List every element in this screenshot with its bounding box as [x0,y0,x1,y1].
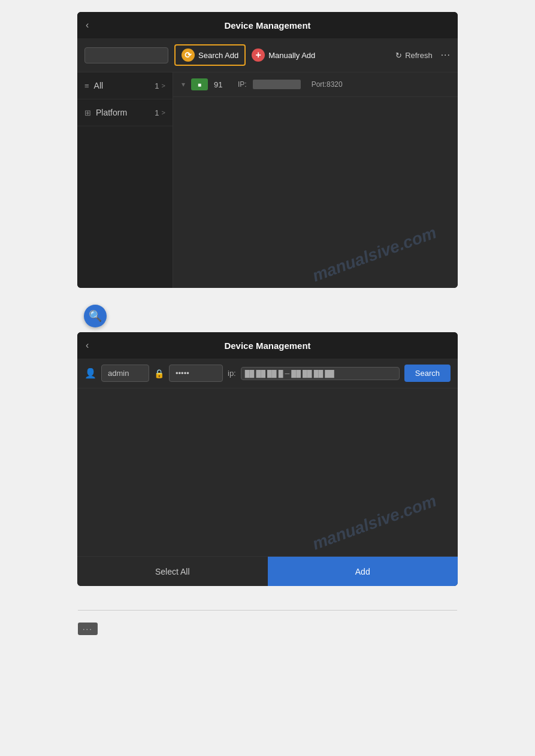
toolbar-right: ↻ Refresh ··· [395,50,451,60]
ip-range-input[interactable]: ██ ██ ██ █ ─ ██ ██ ██ ██ [241,367,400,380]
panel2: ‹ Device Management 👤 🔒 ip: ██ ██ ██ █ ─… [77,332,458,586]
panel2-searchbar: 👤 🔒 ip: ██ ██ ██ █ ─ ██ ██ ██ ██ Search [77,359,458,388]
sidebar-item-platform[interactable]: ⊞ Platform 1 > [77,99,173,126]
watermark-panel1: manualsive.com [310,223,439,286]
panel2-title: Device Management [224,341,310,351]
search-add-button[interactable]: ⟳ Search Add [174,44,246,66]
manually-add-button[interactable]: + Manually Add [252,48,315,62]
ip-range-values: ██ ██ ██ █ ─ ██ ██ ██ ██ [245,370,334,377]
manually-add-icon: + [252,48,265,62]
sidebar-item-platform-left: ⊞ Platform [84,108,127,117]
lock-icon: 🔒 [154,369,164,378]
platform-icon: ⊞ [84,108,91,117]
all-icon: ≡ [84,81,89,90]
sidebar-item-platform-label: Platform [96,108,127,117]
sidebar-item-all-left: ≡ All [84,81,103,90]
panel1-title: Device Management [224,20,310,31]
search-add-label: Search Add [198,51,238,60]
password-input[interactable] [169,365,223,382]
between-icon-wrapper: 🔍 [0,300,535,332]
search-add-icon: ⟳ [182,48,195,62]
panel1-toolbar: 🔍 ⟳ Search Add + Manually Add ↻ Refresh … [77,38,458,72]
user-icon: 👤 [84,368,96,379]
panel2-content: manualsive.com [77,388,458,556]
device-port: Port:8320 [312,80,343,89]
platform-chevron: > [162,109,165,116]
panel2-back-button[interactable]: ‹ [86,340,89,351]
bottom-note: ··· [0,598,535,647]
dots-button[interactable]: ··· [78,623,98,635]
panel1-body: ≡ All 1 > ⊞ Platform 1 > [77,72,458,288]
device-expand-icon: ▾ [182,80,185,89]
panel1: ‹ Device Management 🔍 ⟳ Search Add + Man… [77,12,458,288]
device-num: 91 [214,80,232,89]
refresh-label: Refresh [405,51,433,60]
bottom-content: ··· [78,623,457,635]
manually-add-label: Manually Add [268,51,315,60]
panel1-main: ▾ ■ 91 IP: Port:8320 manualsive.com [173,72,458,288]
more-button[interactable]: ··· [441,50,451,60]
sidebar: ≡ All 1 > ⊞ Platform 1 > [77,72,173,288]
username-input[interactable] [101,365,149,382]
device-status-icon: ■ [191,78,208,90]
sidebar-item-all[interactable]: ≡ All 1 > [77,72,173,99]
ip-label: ip: [228,369,236,378]
refresh-icon: ↻ [395,51,402,60]
search-circle-glyph: 🔍 [89,309,102,323]
bottom-divider [78,610,457,611]
panel1-back-button[interactable]: ‹ [86,20,89,31]
watermark-panel2: manualsive.com [310,491,439,554]
panel2-header: ‹ Device Management [77,332,458,359]
select-all-button[interactable]: Select All [77,557,268,586]
refresh-button[interactable]: ↻ Refresh [395,51,433,60]
device-ip-label: IP: [238,80,247,89]
device-ip-value [253,80,301,89]
panel2-footer: Select All Add [77,556,458,586]
panel1-header: ‹ Device Management [77,12,458,38]
add-button[interactable]: Add [268,557,458,586]
search-button[interactable]: Search [404,365,451,382]
sidebar-item-all-label: All [94,81,104,90]
device-row[interactable]: ▾ ■ 91 IP: Port:8320 [173,72,458,97]
platform-count: 1 [155,108,159,117]
search-input[interactable] [84,47,168,63]
page-wrapper: ‹ Device Management 🔍 ⟳ Search Add + Man… [0,0,535,756]
search-circle-icon: 🔍 [84,305,107,327]
search-input-wrapper: 🔍 [84,47,168,63]
all-count: 1 [155,81,159,90]
all-chevron: > [162,82,165,89]
